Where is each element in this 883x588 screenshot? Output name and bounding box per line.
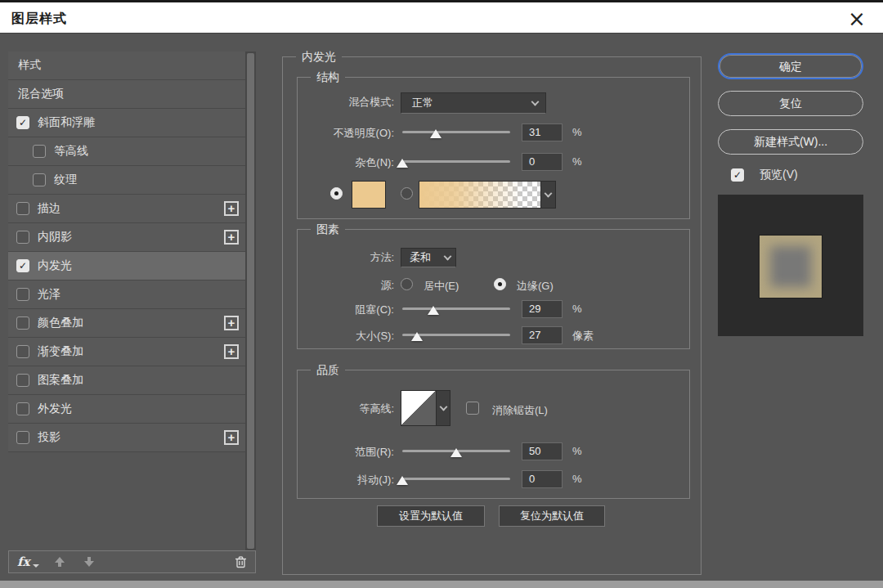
noise-label: 杂色(N): (298, 155, 394, 170)
sidebar-item-gradient-overlay[interactable]: 渐变叠加 + (8, 338, 245, 366)
checkbox[interactable] (16, 374, 29, 387)
checkbox[interactable]: ✓ (16, 116, 29, 129)
sidebar-item-bevel-emboss[interactable]: ✓ 斜面和浮雕 (8, 109, 245, 137)
new-style-button[interactable]: 新建样式(W)... (718, 129, 863, 155)
scrollbar-thumb[interactable] (247, 53, 254, 549)
checkbox[interactable] (16, 231, 29, 244)
move-effect-up-icon[interactable] (54, 556, 65, 568)
sidebar-item-color-overlay[interactable]: 颜色叠加 + (8, 309, 245, 338)
chevron-down-icon (531, 98, 540, 106)
sidebar-item-inner-shadow[interactable]: 内阴影 + (8, 223, 245, 252)
method-select[interactable]: 柔和 (401, 248, 456, 267)
sidebar-scrollbar[interactable] (245, 52, 256, 550)
solid-color-radio[interactable] (330, 187, 343, 200)
add-effect-icon[interactable]: + (224, 230, 239, 245)
slider-thumb[interactable] (430, 129, 441, 138)
panel-title: 内发光 (296, 50, 342, 65)
effects-toolbar: fx (8, 550, 256, 573)
make-default-button[interactable]: 设置为默认值 (377, 505, 485, 527)
choke-input[interactable]: 29 (522, 300, 563, 318)
sidebar-item-stroke[interactable]: 描边 + (8, 195, 245, 223)
preview-toggle-row: ✓ 预览(V) (731, 168, 798, 182)
add-effect-icon[interactable]: + (224, 344, 239, 359)
opacity-unit: % (572, 126, 582, 138)
checkbox[interactable]: ✓ (16, 259, 29, 272)
range-input[interactable]: 50 (522, 442, 563, 460)
sidebar-item-label: 样式 (18, 58, 41, 73)
fx-icon[interactable]: fx (17, 554, 29, 569)
slider-thumb[interactable] (411, 332, 423, 341)
reset-default-button[interactable]: 复位为默认值 (499, 505, 605, 527)
slider-track (402, 307, 510, 310)
add-effect-icon[interactable]: + (224, 316, 239, 330)
sidebar-item-blending-options[interactable]: 混合选项 (8, 80, 245, 109)
sidebar-item-label: 图案叠加 (38, 373, 83, 388)
source-edge-radio[interactable] (494, 278, 506, 290)
antialias-label: 消除锯齿(L) (492, 403, 548, 418)
glow-fill-row (298, 179, 689, 210)
sidebar-item-styles[interactable]: 样式 (8, 52, 245, 80)
fx-dropdown-caret-icon[interactable] (33, 564, 39, 568)
reset-button[interactable]: 复位 (718, 91, 863, 116)
antialias-checkbox[interactable] (466, 402, 479, 415)
preview-checkbox[interactable]: ✓ (731, 168, 744, 182)
delete-effect-icon[interactable] (235, 555, 247, 568)
choke-slider[interactable] (402, 300, 510, 320)
range-slider[interactable] (402, 442, 510, 462)
checkbox[interactable] (16, 202, 29, 215)
add-effect-icon[interactable]: + (224, 201, 239, 216)
checkbox[interactable] (16, 402, 29, 415)
checkbox[interactable] (33, 145, 46, 158)
contour-picker[interactable] (401, 390, 437, 426)
noise-input[interactable]: 0 (522, 153, 563, 171)
structure-section: 结构 混合模式: 正常 不透明度(O): 31 % 杂色(N): (297, 77, 690, 219)
ok-button[interactable]: 确定 (718, 53, 863, 79)
preview-thumbnail (718, 195, 863, 336)
gradient-picker-dropdown[interactable] (541, 181, 556, 209)
slider-thumb[interactable] (397, 159, 408, 168)
sidebar-item-contour[interactable]: 等高线 (8, 137, 245, 166)
contour-row: 等高线: 消除锯齿(L) (298, 390, 689, 428)
sidebar-item-label: 描边 (38, 201, 61, 216)
sidebar-item-drop-shadow[interactable]: 投影 + (8, 424, 245, 452)
sidebar-item-outer-glow[interactable]: 外发光 (8, 395, 245, 424)
noise-slider[interactable] (402, 153, 510, 173)
window-title: 图层样式 (11, 11, 67, 28)
structure-title: 结构 (311, 70, 345, 85)
sidebar-item-pattern-overlay[interactable]: 图案叠加 (8, 366, 245, 395)
sidebar-item-texture[interactable]: 纹理 (8, 166, 245, 195)
check-icon: ✓ (19, 118, 27, 128)
jitter-slider[interactable] (402, 470, 510, 490)
checkbox[interactable] (33, 173, 46, 186)
source-center-radio[interactable] (401, 278, 413, 290)
move-effect-down-icon[interactable] (83, 556, 95, 568)
sidebar-item-label: 纹理 (54, 173, 77, 187)
gradient-radio[interactable] (401, 187, 413, 200)
jitter-input[interactable]: 0 (522, 470, 563, 488)
size-input[interactable]: 27 (522, 326, 563, 344)
inner-glow-panel: 内发光 结构 混合模式: 正常 不透明度(O): 31 % (282, 56, 701, 575)
glow-color-swatch[interactable] (352, 181, 386, 209)
sidebar-item-label: 投影 (38, 430, 61, 445)
opacity-input[interactable]: 31 (522, 123, 563, 141)
slider-thumb[interactable] (428, 306, 439, 315)
blend-mode-select[interactable]: 正常 (401, 92, 546, 114)
slider-thumb[interactable] (397, 476, 408, 485)
close-icon[interactable]: × (844, 6, 870, 32)
add-effect-icon[interactable]: + (224, 430, 239, 445)
sidebar-item-inner-glow[interactable]: ✓ 内发光 (8, 252, 245, 281)
checkbox[interactable] (16, 431, 29, 444)
slider-thumb[interactable] (450, 448, 462, 457)
checkbox[interactable] (16, 288, 29, 301)
title-bar: 图层样式 × (0, 0, 883, 33)
checkbox[interactable] (16, 316, 29, 330)
gradient-swatch[interactable] (419, 181, 541, 209)
sidebar-item-satin[interactable]: 光泽 (8, 281, 245, 309)
checkbox[interactable] (16, 345, 29, 358)
opacity-label: 不透明度(O): (298, 126, 394, 141)
contour-dropdown[interactable] (437, 390, 450, 426)
size-row: 大小(S): 27 像素 (298, 326, 689, 346)
opacity-slider[interactable] (402, 123, 510, 143)
preview-glow-square (760, 236, 822, 298)
size-slider[interactable] (402, 326, 510, 346)
